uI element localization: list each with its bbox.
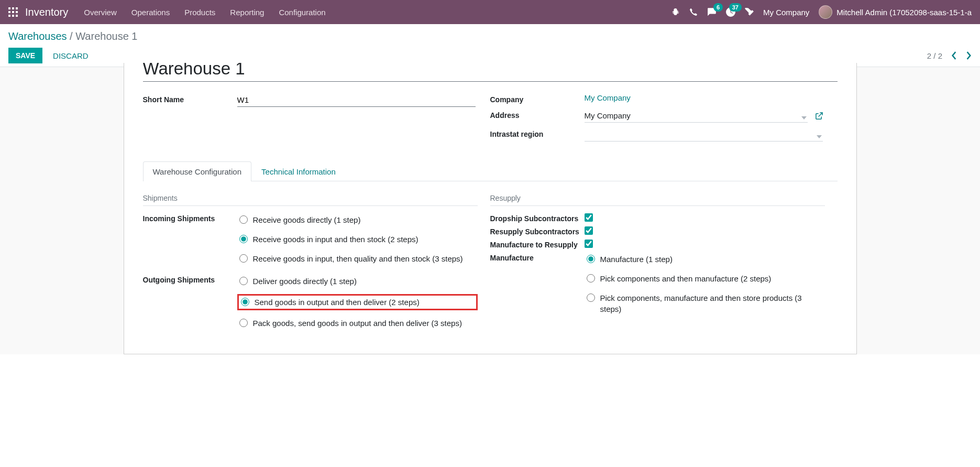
- avatar: [819, 5, 832, 19]
- pager-prev[interactable]: [952, 51, 957, 60]
- pager-value[interactable]: 2 / 2: [927, 51, 942, 60]
- incoming-opt-1step[interactable]: Receive goods directly (1 step): [237, 213, 478, 226]
- outgoing-radio-2[interactable]: [241, 298, 249, 306]
- group-shipments: Shipments Incoming Shipments Receive goo…: [143, 194, 490, 339]
- company-switcher[interactable]: My Company: [763, 8, 809, 17]
- svg-rect-5: [16, 11, 18, 13]
- svg-rect-6: [8, 15, 10, 17]
- systray: 6 37 My Company Mitchell Admin (17052098…: [671, 5, 972, 19]
- manu-resupply-checkbox[interactable]: [585, 240, 593, 248]
- save-button[interactable]: SAVE: [8, 48, 42, 63]
- manufacture-opt-2steps[interactable]: Pick components and then manufacture (2 …: [585, 272, 825, 285]
- activities-badge: 37: [729, 3, 742, 12]
- messaging-badge: 6: [713, 3, 723, 12]
- debug-icon[interactable]: [671, 8, 680, 17]
- app-brand[interactable]: Inventory: [25, 6, 68, 18]
- svg-rect-7: [12, 15, 14, 17]
- short-name-input[interactable]: [237, 93, 476, 107]
- activities-icon[interactable]: 37: [726, 7, 735, 17]
- outgoing-opt-2steps[interactable]: Send goods in output and then deliver (2…: [237, 294, 478, 310]
- form-view: Warehouse 1 Short Name Company My Compan…: [0, 67, 980, 354]
- discard-button[interactable]: DISCARD: [53, 51, 89, 60]
- tab-technical-info[interactable]: Technical Information: [251, 161, 346, 181]
- resupply-sub-checkbox[interactable]: [585, 226, 593, 235]
- address-label: Address: [490, 109, 585, 120]
- outgoing-opt-1step[interactable]: Deliver goods directly (1 step): [237, 275, 478, 288]
- manufacture-label: Manufacture: [490, 253, 585, 322]
- breadcrumb-parent[interactable]: Warehouses: [8, 30, 67, 42]
- incoming-label: Incoming Shipments: [143, 213, 237, 271]
- manufacture-opt-1step[interactable]: Manufacture (1 step): [585, 253, 825, 266]
- outgoing-radio-1[interactable]: [239, 277, 248, 285]
- manufacture-radio-2[interactable]: [587, 274, 595, 283]
- manufacture-opt-3steps[interactable]: Pick components, manufacture and then st…: [585, 291, 825, 316]
- address-input[interactable]: [585, 109, 808, 123]
- group-resupply: Resupply Dropship Subcontractors Resuppl…: [490, 194, 838, 339]
- notebook-tabs: Warehouse Configuration Technical Inform…: [143, 161, 838, 181]
- manufacture-radio-1[interactable]: [587, 255, 595, 263]
- main-navbar: Inventory Overview Operations Products R…: [0, 0, 980, 24]
- phone-icon[interactable]: [689, 8, 698, 16]
- incoming-radio-2[interactable]: [239, 235, 248, 243]
- svg-rect-1: [12, 7, 14, 9]
- record-title: Warehouse 1: [143, 63, 838, 82]
- menu-products[interactable]: Products: [184, 8, 215, 17]
- outgoing-opt-3steps[interactable]: Pack goods, send goods in output and the…: [237, 317, 478, 330]
- outgoing-radio-3[interactable]: [239, 319, 248, 327]
- company-label: Company: [490, 93, 585, 104]
- user-menu[interactable]: Mitchell Admin (17052098-saas-15-1-a: [819, 5, 972, 19]
- menu-reporting[interactable]: Reporting: [230, 8, 264, 17]
- resupply-sub-label: Resupply Subcontractors: [490, 226, 585, 236]
- menu-operations[interactable]: Operations: [131, 8, 170, 17]
- cp-right: 2 / 2: [927, 51, 972, 60]
- menu-overview[interactable]: Overview: [84, 8, 117, 17]
- cp-left: SAVE DISCARD: [8, 48, 89, 63]
- dropship-checkbox[interactable]: [585, 213, 593, 222]
- group-title-shipments: Shipments: [143, 194, 478, 206]
- manu-resupply-label: Manufacture to Resupply: [490, 240, 585, 249]
- intrastat-input[interactable]: [585, 128, 823, 142]
- intrastat-label: Intrastat region: [490, 128, 585, 138]
- messaging-icon[interactable]: 6: [707, 7, 717, 17]
- company-value[interactable]: My Company: [585, 93, 631, 102]
- svg-rect-0: [8, 7, 10, 9]
- group-title-resupply: Resupply: [490, 194, 825, 206]
- breadcrumb-current: Warehouse 1: [75, 30, 137, 42]
- pager-next[interactable]: [966, 51, 972, 60]
- short-name-label: Short Name: [143, 93, 237, 104]
- tab-warehouse-config[interactable]: Warehouse Configuration: [143, 161, 252, 181]
- user-name: Mitchell Admin (17052098-saas-15-1-a: [836, 8, 972, 17]
- svg-rect-4: [12, 11, 14, 13]
- incoming-opt-3steps[interactable]: Receive goods in input, then quality and…: [237, 252, 478, 265]
- incoming-opt-2steps[interactable]: Receive goods in input and then stock (2…: [237, 233, 478, 246]
- breadcrumb: Warehouses / Warehouse 1: [8, 30, 972, 42]
- dropship-label: Dropship Subcontractors: [490, 213, 585, 223]
- svg-rect-3: [8, 11, 10, 13]
- outgoing-label: Outgoing Shipments: [143, 275, 237, 336]
- manufacture-radio-3[interactable]: [587, 294, 595, 302]
- incoming-radio-3[interactable]: [239, 254, 248, 263]
- external-link-icon[interactable]: [815, 112, 823, 121]
- svg-rect-8: [16, 15, 18, 17]
- form-sheet: Warehouse 1 Short Name Company My Compan…: [124, 63, 857, 354]
- control-panel: Warehouses / Warehouse 1 SAVE DISCARD 2 …: [0, 24, 980, 67]
- incoming-radio-1[interactable]: [239, 215, 248, 224]
- svg-rect-2: [16, 7, 18, 9]
- tools-icon[interactable]: [745, 8, 754, 17]
- menu-configuration[interactable]: Configuration: [279, 8, 325, 17]
- apps-icon[interactable]: [8, 7, 18, 17]
